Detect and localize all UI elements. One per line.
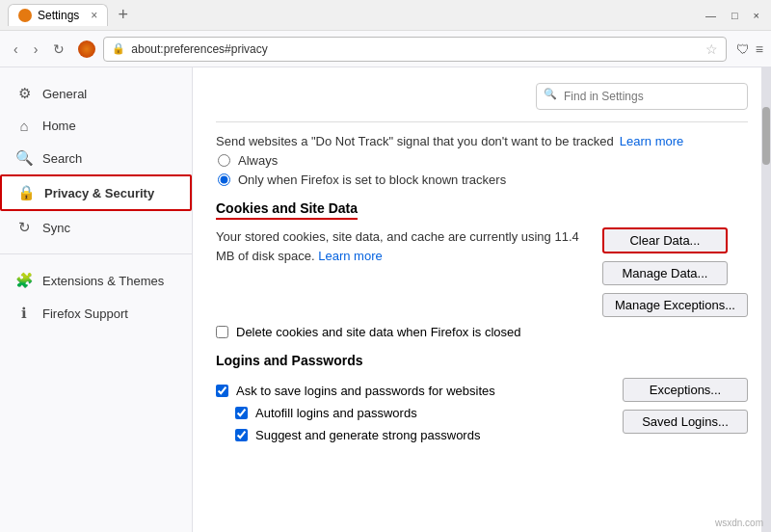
radio-known-input[interactable] [218, 173, 230, 186]
manage-exceptions-button[interactable]: Manage Exceptions... [602, 293, 748, 317]
manage-data-button[interactable]: Manage Data... [602, 261, 728, 285]
radio-always-input[interactable] [218, 154, 230, 167]
cookies-desc: Your stored cookies, site data, and cach… [216, 227, 593, 265]
sidebar-label-search: Search [42, 151, 82, 166]
scrollbar-track[interactable] [761, 67, 771, 532]
find-bar [216, 83, 748, 110]
scrollbar-thumb[interactable] [762, 107, 770, 165]
general-icon: ⚙ [15, 85, 33, 102]
sidebar-label-support: Firefox Support [42, 306, 128, 321]
sidebar: ⚙ General⌂ Home🔍 Search🔒 Privacy & Secur… [0, 67, 193, 532]
back-button[interactable]: ‹ [8, 38, 24, 61]
radio-always: Always [218, 153, 748, 168]
delete-on-close-row: Delete cookies and site data when Firefo… [216, 325, 748, 339]
sidebar-label-general: General [42, 87, 87, 101]
sidebar-label-privacy: Privacy & Security [44, 186, 154, 200]
suggest-checkbox[interactable] [235, 429, 248, 441]
cookies-section: Cookies and Site Data Your stored cookie… [216, 200, 748, 339]
extensions-icon: 🧩 [15, 272, 33, 289]
autofill-label: Autofill logins and passwords [255, 406, 417, 420]
autofill-row: Autofill logins and passwords [216, 406, 613, 420]
search-icon: 🔍 [15, 149, 33, 167]
ask-save-checkbox[interactable] [216, 385, 228, 397]
nav-bar: ‹ › ↻ 🔒 about:preferences#privacy ☆ 🛡 ≡ [0, 31, 771, 67]
window-controls: — □ × [702, 10, 763, 21]
delete-on-close-checkbox[interactable] [216, 326, 228, 338]
section-separator-top [216, 121, 748, 122]
logins-title: Logins and Passwords [216, 353, 748, 368]
forward-button[interactable]: › [28, 38, 44, 61]
saved-logins-button[interactable]: Saved Logins... [623, 410, 748, 434]
sidebar-item-general[interactable]: ⚙ General [0, 77, 192, 110]
sidebar-item-extensions[interactable]: 🧩 Extensions & Themes [0, 264, 192, 297]
title-bar: Settings × + — □ × [0, 0, 771, 31]
support-icon: ℹ [15, 305, 33, 322]
minimize-button[interactable]: — [702, 10, 720, 21]
autofill-checkbox[interactable] [235, 407, 248, 419]
nav-right-icons: 🛡 ≡ [736, 41, 763, 57]
sidebar-label-sync: Sync [42, 221, 70, 235]
maximize-button[interactable]: □ [728, 10, 742, 21]
find-wrapper [536, 83, 748, 110]
cookies-section-title: Cookies and Site Data [216, 200, 358, 220]
firefox-tab-icon [18, 9, 32, 22]
address-text: about:preferences#privacy [131, 42, 699, 56]
find-input[interactable] [536, 83, 748, 110]
privacy-icon: 🔒 [17, 184, 35, 201]
cookies-content: Your stored cookies, site data, and cach… [216, 227, 593, 271]
sidebar-item-privacy[interactable]: 🔒 Privacy & Security [0, 174, 192, 211]
new-tab-button[interactable]: + [112, 5, 134, 25]
clear-data-button[interactable]: Clear Data... [602, 227, 728, 253]
exceptions-button[interactable]: Exceptions... [623, 378, 748, 402]
tab-label: Settings [38, 9, 79, 22]
logins-section: Logins and Passwords Ask to save logins … [216, 353, 748, 450]
watermark: wsxdn.com [715, 518, 763, 528]
firefox-logo [78, 40, 95, 58]
delete-on-close-label: Delete cookies and site data when Firefo… [236, 325, 521, 339]
cookies-row: Your stored cookies, site data, and cach… [216, 227, 748, 317]
reload-button[interactable]: ↻ [47, 38, 70, 61]
sidebar-item-search[interactable]: 🔍 Search [0, 142, 192, 174]
ask-save-label: Ask to save logins and passwords for web… [236, 384, 495, 398]
do-not-track-learn-more[interactable]: Learn more [620, 134, 683, 148]
main-layout: ⚙ General⌂ Home🔍 Search🔒 Privacy & Secur… [0, 67, 771, 532]
sidebar-item-sync[interactable]: ↻ Sync [0, 211, 192, 244]
logins-buttons: Exceptions... Saved Logins... [623, 378, 748, 434]
do-not-track-text: Send websites a "Do Not Track" signal th… [216, 134, 614, 148]
do-not-track-section: Send websites a "Do Not Track" signal th… [216, 134, 748, 187]
suggest-row: Suggest and generate strong passwords [216, 428, 613, 442]
cookies-buttons: Clear Data... Manage Data... Manage Exce… [602, 227, 748, 317]
ask-save-row: Ask to save logins and passwords for web… [216, 384, 613, 398]
content-area: Send websites a "Do Not Track" signal th… [193, 67, 771, 532]
logins-row: Ask to save logins and passwords for web… [216, 376, 748, 450]
bookmark-icon[interactable]: ☆ [705, 41, 718, 57]
sidebar-item-home[interactable]: ⌂ Home [0, 110, 192, 142]
tab-close-button[interactable]: × [91, 9, 97, 22]
home-icon: ⌂ [15, 118, 33, 134]
sidebar-label-extensions: Extensions & Themes [42, 274, 164, 288]
close-button[interactable]: × [750, 10, 763, 21]
radio-known-trackers: Only when Firefox is set to block known … [218, 173, 748, 187]
sidebar-divider [0, 253, 192, 254]
lock-icon: 🔒 [112, 42, 125, 55]
suggest-label: Suggest and generate strong passwords [255, 428, 480, 442]
address-bar[interactable]: 🔒 about:preferences#privacy ☆ [103, 37, 726, 62]
shield-icon[interactable]: 🛡 [736, 41, 750, 57]
cookies-learn-more[interactable]: Learn more [318, 249, 382, 263]
sidebar-item-support[interactable]: ℹ Firefox Support [0, 297, 192, 330]
sync-icon: ↻ [15, 219, 33, 236]
menu-icon[interactable]: ≡ [756, 41, 763, 57]
sidebar-label-home: Home [42, 119, 76, 133]
browser-tab[interactable]: Settings × [8, 4, 108, 26]
do-not-track-row: Send websites a "Do Not Track" signal th… [216, 134, 748, 148]
logins-content: Ask to save logins and passwords for web… [216, 376, 613, 450]
radio-always-label: Always [238, 153, 278, 168]
radio-known-label: Only when Firefox is set to block known … [238, 173, 506, 187]
